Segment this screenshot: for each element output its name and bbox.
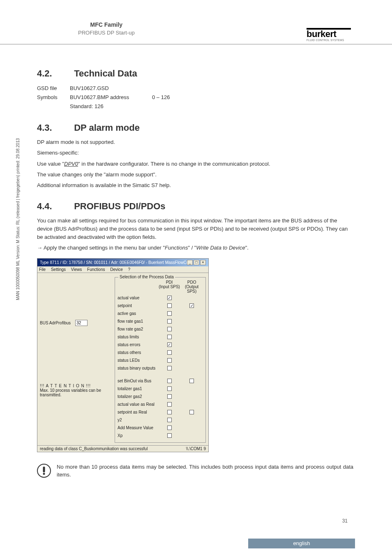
menu-functions[interactable]: Functions	[87, 267, 105, 272]
menu-help[interactable]: ?	[128, 267, 131, 272]
process-data-row: status LEDs	[118, 357, 203, 364]
pdi-checkbox[interactable]	[167, 311, 172, 316]
window-titlebar: Type 8711 / ID: 178758 / SN: 001011 / Ad…	[37, 259, 208, 266]
row-label: flow rate gas2	[118, 327, 158, 331]
process-data-row: set BinOut via Bus	[118, 378, 203, 384]
body-paragraph: Use value "DPV0" in the hardware configu…	[37, 160, 353, 168]
row-label: Add Measure Value	[118, 426, 158, 430]
body-paragraph: You can make all settings required for b…	[37, 217, 353, 241]
standard-value: Standard: 126	[70, 102, 152, 111]
pdi-checkbox[interactable]	[167, 350, 172, 355]
pdi-checkbox[interactable]	[167, 418, 172, 422]
symbols-label: Symbols	[37, 93, 70, 102]
process-data-row: status others	[118, 349, 203, 356]
pdi-checkbox[interactable]	[167, 327, 172, 331]
body-paragraph: → Apply the changed settings in the menu…	[37, 244, 353, 252]
status-port: \\.\COM1 9	[186, 446, 206, 451]
process-data-row: flow rate gas2	[118, 326, 203, 333]
row-label: totalizer gas2	[118, 394, 158, 399]
pdi-checkbox[interactable]	[167, 319, 172, 324]
logo-text: burkert	[307, 30, 351, 39]
burkert-logo: burkert FLUID CONTROL SYSTEMS	[307, 28, 351, 42]
pdi-checkbox[interactable]: ✓	[167, 296, 172, 300]
row-label: setpoint as Real	[118, 410, 158, 414]
process-data-row: status binary outputs	[118, 365, 203, 372]
info-icon	[37, 464, 51, 478]
row-label: set BinOut via Bus	[118, 379, 158, 383]
pdi-checkbox[interactable]	[167, 433, 172, 438]
process-data-groupbox: Selection of the Process Data PDI (Input…	[115, 277, 206, 443]
pdo-checkbox[interactable]: ✓	[189, 303, 194, 308]
section-number: 4.2.	[37, 68, 71, 79]
menu-views[interactable]: Views	[71, 267, 82, 272]
main-content: 4.2. Technical Data GSD file BUV10627.GS…	[37, 66, 353, 479]
section-title: Technical Data	[74, 68, 137, 79]
bus-address-label: BUS AdrProfibus	[40, 321, 71, 325]
pdo-header: PDO	[180, 280, 203, 284]
maximize-icon[interactable]: □	[194, 260, 199, 265]
minimize-icon[interactable]: _	[187, 260, 193, 265]
bus-address-input[interactable]	[75, 320, 88, 326]
section-title: PROFIBUS PDI/PDOs	[74, 201, 165, 211]
pdi-checkbox[interactable]	[167, 366, 172, 370]
pdi-checkbox[interactable]	[167, 303, 172, 308]
groupbox-label: Selection of the Process Data	[118, 275, 175, 279]
pdi-checkbox[interactable]	[167, 402, 172, 407]
body-paragraph: The value changes only the "alarm mode s…	[37, 171, 353, 179]
section-4.4-heading: 4.4. PROFIBUS PDI/PDOs	[37, 201, 353, 212]
body-paragraph: DP alarm mode is not supported.	[37, 138, 353, 146]
form-area: BUS AdrProfibus !!! A T T E N T I O N !!…	[37, 273, 208, 445]
row-label: status others	[118, 350, 158, 355]
row-label: totalizer gas1	[118, 386, 158, 391]
close-icon[interactable]: ×	[200, 260, 206, 265]
pdi-checkbox[interactable]	[167, 410, 172, 414]
technical-data-table: GSD file BUV10627.GSD Symbols BUV10627.B…	[37, 84, 353, 111]
section-title: DP alarm mode	[74, 123, 140, 133]
header-title: MFC Family	[78, 21, 135, 28]
row-label: Xp	[118, 433, 158, 438]
body-paragraph: Siemens-specific:	[37, 149, 353, 157]
menu-settings[interactable]: Settings	[51, 267, 66, 272]
pdo-checkbox[interactable]	[189, 410, 194, 414]
pdi-checkbox[interactable]	[167, 386, 172, 391]
pdi-checkbox[interactable]	[167, 335, 172, 339]
process-data-row: status errors✓	[118, 342, 203, 348]
menu-file[interactable]: File	[39, 267, 46, 272]
process-data-row: actual value as Real	[118, 401, 203, 408]
pdi-checkbox[interactable]	[167, 379, 172, 383]
process-data-row: totalizer gas1	[118, 386, 203, 392]
pdi-checkbox[interactable]	[167, 394, 172, 399]
gsd-file-label: GSD file	[37, 84, 70, 93]
dialog-screenshot: Type 8711 / ID: 178758 / SN: 001011 / Ad…	[37, 258, 209, 452]
section-4.3-heading: 4.3. DP alarm mode	[37, 123, 353, 133]
pdi-checkbox[interactable]	[167, 358, 172, 363]
row-label: y2	[118, 418, 158, 422]
menu-device[interactable]: Device	[110, 267, 123, 272]
process-data-row: Xp	[118, 432, 203, 439]
attention-note: Max. 10 process variables can be transmi…	[40, 388, 114, 397]
row-label: setpoint	[118, 303, 158, 308]
row-label: flow rate gas1	[118, 319, 158, 324]
pdi-checkbox[interactable]	[167, 426, 172, 430]
pdo-checkbox[interactable]	[189, 379, 194, 383]
row-label: status binary outputs	[118, 366, 158, 370]
section-number: 4.3.	[37, 123, 71, 133]
row-label: actual value as Real	[118, 402, 158, 407]
menubar: File Settings Views Functions Device ?	[37, 266, 208, 273]
row-label: actual value	[118, 296, 158, 300]
section-number: 4.4.	[37, 201, 71, 212]
address-range: 0 – 126	[152, 93, 170, 102]
attention-label: !!! A T T E N T I O N !!!	[40, 384, 114, 388]
row-label: active gas	[118, 311, 158, 316]
pdo-subheader: (Output SPS)	[180, 284, 203, 294]
pdi-checkbox[interactable]: ✓	[167, 342, 172, 347]
process-data-row: Add Measure Value	[118, 425, 203, 431]
logo-subtitle: FLUID CONTROL SYSTEMS	[307, 39, 351, 42]
page-header: MFC Family PROFIBUS DP Start-up burkert …	[0, 21, 392, 44]
bus-address-row: BUS AdrProfibus	[40, 320, 114, 326]
row-label: status errors	[118, 342, 158, 347]
row-label: status LEDs	[118, 358, 158, 363]
process-data-row: flow rate gas1	[118, 318, 203, 325]
pdi-header: PDI	[158, 280, 181, 284]
process-data-row: setpoint✓	[118, 303, 203, 309]
